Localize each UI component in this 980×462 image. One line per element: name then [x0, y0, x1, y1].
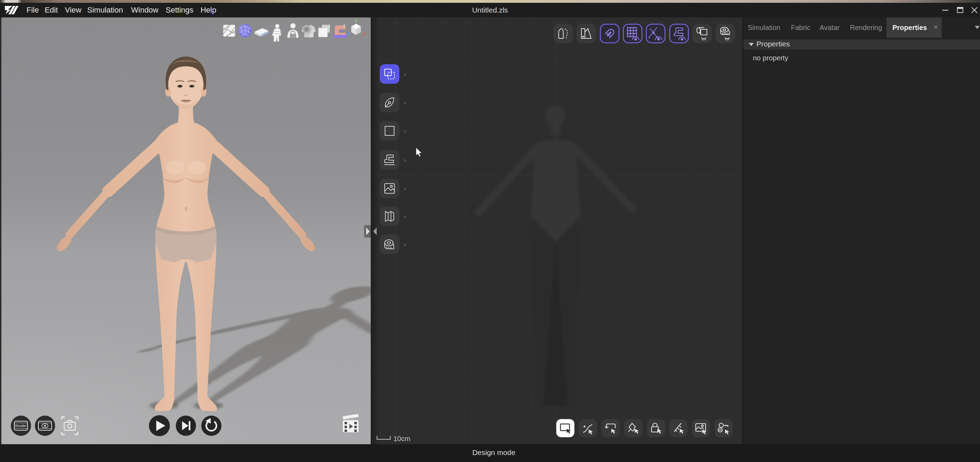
- svg-text:10cm: 10cm: [393, 435, 410, 443]
- svg-text:Render: Render: [15, 424, 27, 428]
